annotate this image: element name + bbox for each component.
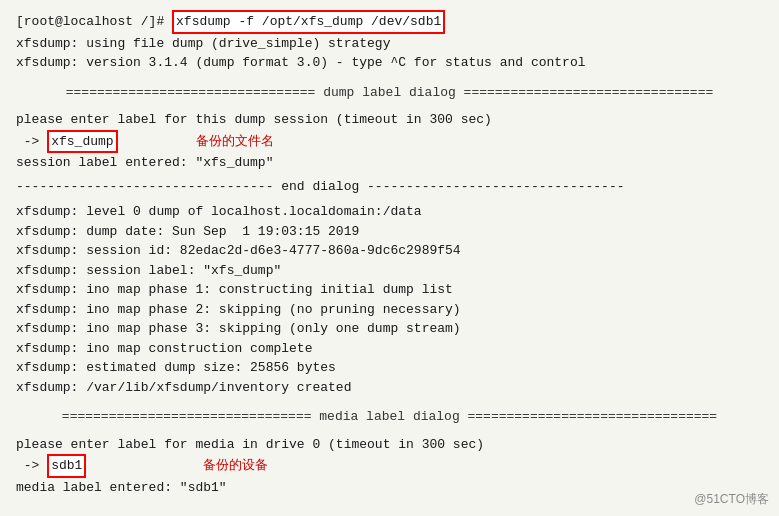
dump-info-8: xfsdump: ino map construction complete xyxy=(16,339,763,359)
dump-spacing xyxy=(118,132,196,152)
dump-info-4: xfsdump: session label: "xfs_dump" xyxy=(16,261,763,281)
dump-info-2: xfsdump: dump date: Sun Sep 1 19:03:15 2… xyxy=(16,222,763,242)
command-highlight: xfsdump -f /opt/xfs_dump /dev/sdb1 xyxy=(172,10,445,34)
dump-info-9: xfsdump: estimated dump size: 25856 byte… xyxy=(16,358,763,378)
media-prompt-arrow: -> xyxy=(16,456,47,476)
dump-info-6: xfsdump: ino map phase 2: skipping (no p… xyxy=(16,300,763,320)
dump-annotation: 备份的文件名 xyxy=(196,131,274,151)
dump-prompt-arrow: -> xyxy=(16,132,47,152)
end-dialog-line: --------------------------------- end di… xyxy=(16,177,763,197)
dump-info-7: xfsdump: ino map phase 3: skipping (only… xyxy=(16,319,763,339)
media-input-highlight: sdb1 xyxy=(47,454,86,478)
media-label-divider: ================================ media l… xyxy=(16,407,763,427)
dump-info-3: xfsdump: session id: 82edac2d-d6e3-4777-… xyxy=(16,241,763,261)
media-annotation: 备份的设备 xyxy=(203,455,268,475)
dump-input-line: -> xfs_dump 备份的文件名 xyxy=(16,130,763,154)
media-label-line: media label entered: "sdb1" xyxy=(16,478,763,498)
dump-label-divider: ================================ dump la… xyxy=(16,83,763,103)
terminal-window: [root@localhost /]# xfsdump -f /opt/xfs_… xyxy=(16,10,763,497)
media-input-line: -> sdb1 备份的设备 xyxy=(16,454,763,478)
please-enter-dump: please enter label for this dump session… xyxy=(16,110,763,130)
watermark: @51CTO博客 xyxy=(694,490,769,508)
dump-info-1: xfsdump: level 0 dump of localhost.local… xyxy=(16,202,763,222)
please-enter-media: please enter label for media in drive 0 … xyxy=(16,435,763,455)
command-line: [root@localhost /]# xfsdump -f /opt/xfs_… xyxy=(16,10,763,34)
info-line-1: xfsdump: using file dump (drive_simple) … xyxy=(16,34,763,54)
session-label-line: session label entered: "xfs_dump" xyxy=(16,153,763,173)
dump-info-5: xfsdump: ino map phase 1: constructing i… xyxy=(16,280,763,300)
info-line-2: xfsdump: version 3.1.4 (dump format 3.0)… xyxy=(16,53,763,73)
media-spacing xyxy=(86,456,203,476)
dump-info-10: xfsdump: /var/lib/xfsdump/inventory crea… xyxy=(16,378,763,398)
dump-input-highlight: xfs_dump xyxy=(47,130,117,154)
prompt-text: [root@localhost /]# xyxy=(16,12,172,32)
